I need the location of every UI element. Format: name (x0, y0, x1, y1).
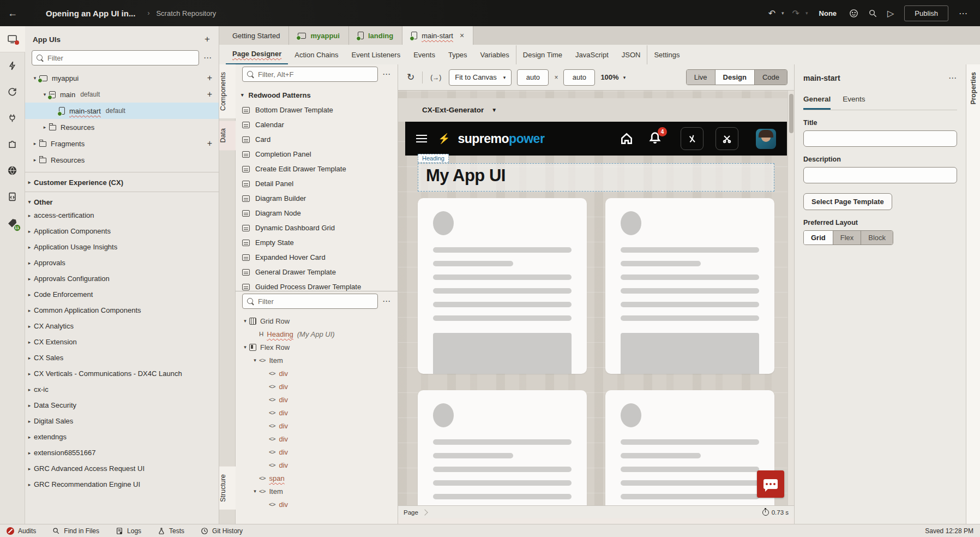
catalog-row[interactable]: ▾ Other (25, 192, 219, 207)
selected-heading-region[interactable]: Heading My App UI (418, 163, 774, 192)
nav-web-apps[interactable] (0, 157, 25, 183)
canvas-width-input[interactable] (517, 69, 549, 86)
skeleton-card[interactable] (605, 198, 774, 374)
designer-tab[interactable]: Page Designer (226, 44, 288, 65)
nav-processes[interactable] (0, 79, 25, 105)
file-tab[interactable]: myappui (289, 26, 348, 45)
feedback-chat-button[interactable] (757, 470, 784, 498)
tab-events[interactable]: Events (843, 95, 865, 110)
tree-row[interactable]: ▸ Resources (25, 152, 219, 168)
structure-filter[interactable] (242, 294, 378, 309)
designer-tab[interactable]: Types (442, 45, 474, 64)
app-uis-filter[interactable] (32, 50, 199, 65)
expand-arrow-icon[interactable]: ▸ (25, 180, 34, 185)
structure-row[interactable]: <> div (236, 393, 398, 406)
search-icon[interactable] (868, 9, 877, 18)
structure-row[interactable]: <> div (236, 419, 398, 432)
undo-icon[interactable]: ↶ (768, 8, 775, 19)
app-uis-filter-input[interactable] (47, 54, 194, 62)
components-filter-input[interactable] (258, 70, 373, 79)
catalog-row[interactable]: ▸ CX Extension (25, 334, 219, 350)
expand-arrow-icon[interactable]: ▸ (25, 466, 34, 472)
components-filter[interactable] (242, 67, 378, 82)
structure-row[interactable]: <> div (236, 367, 398, 380)
expand-arrow-icon[interactable]: ▸ (25, 403, 34, 408)
add-app-ui-button[interactable]: + (203, 34, 211, 45)
canvas-height-input[interactable] (563, 69, 595, 86)
catalog-row[interactable]: ▸ Common Application Components (25, 302, 219, 318)
logs-button[interactable]: Logs (116, 527, 141, 535)
structure-menu-icon[interactable]: ⋯ (382, 296, 391, 306)
home-icon[interactable] (620, 132, 634, 146)
expand-arrow-icon[interactable]: ▸ (25, 371, 34, 377)
expand-arrow-icon[interactable]: ▸ (25, 339, 34, 345)
mode-design[interactable]: Design (716, 70, 755, 85)
properties-menu-icon[interactable]: ⋯ (948, 73, 957, 83)
expand-arrow-icon[interactable]: ▸ (25, 482, 34, 487)
expand-arrow-icon[interactable]: ▸ (25, 324, 34, 329)
expand-arrow-icon[interactable]: ▸ (25, 292, 34, 297)
tree-row[interactable]: ▸ Resources (25, 119, 219, 135)
structure-row[interactable]: <> div (236, 445, 398, 458)
navbar-action-button-2[interactable] (716, 127, 738, 150)
skeleton-card[interactable] (418, 390, 587, 505)
tab-structure[interactable]: Structure (219, 467, 236, 510)
structure-filter-input[interactable] (258, 297, 373, 306)
expand-arrow-icon[interactable]: ▸ (25, 450, 34, 456)
expand-arrow-icon[interactable]: ▸ (25, 260, 34, 266)
layout-block-button[interactable]: Block (861, 231, 893, 244)
catalog-row[interactable]: ▸ extendngs (25, 429, 219, 445)
components-section-header[interactable]: ▾ Redwood Patterns (241, 87, 398, 103)
structure-row[interactable]: <> div (236, 498, 398, 511)
redo-menu-caret-icon[interactable]: ▾ (805, 10, 808, 16)
structure-row[interactable]: ▾ <> Item (236, 485, 398, 498)
catalog-row[interactable]: ▸ Data Security (25, 397, 219, 413)
tree-row[interactable]: ▾ main default + (25, 86, 219, 103)
description-field[interactable] (803, 167, 957, 183)
design-canvas[interactable]: CX-Ext-Generator ▼ ⚡ supremopower 4 (398, 91, 794, 505)
back-icon[interactable]: ← (8, 8, 24, 19)
mode-code[interactable]: Code (755, 70, 787, 85)
expand-arrow-icon[interactable]: ▸ (31, 157, 39, 163)
expand-arrow-icon[interactable]: ▸ (25, 276, 34, 282)
tree-row[interactable]: ▾ myappui + (25, 70, 219, 86)
run-icon[interactable]: ▷ (887, 8, 894, 19)
tree-row[interactable]: ▸ Fragments + (25, 135, 219, 152)
scrollbar-thumb[interactable] (789, 94, 793, 133)
expand-arrow-icon[interactable]: ▸ (25, 434, 34, 440)
tab-components[interactable]: Components (219, 64, 236, 118)
structure-row[interactable]: <> div (236, 380, 398, 393)
structure-row[interactable]: <> div (236, 458, 398, 472)
catalog-row[interactable]: ▸ GRC Advanced Access Request UI (25, 461, 219, 476)
publish-button[interactable]: Publish (904, 5, 948, 21)
component-item[interactable]: Diagram Builder (241, 191, 398, 206)
user-avatar[interactable] (756, 129, 776, 149)
expand-arrow-icon[interactable]: ▸ (25, 355, 34, 361)
canvas-scrollbar[interactable] (787, 91, 794, 505)
catalog-row[interactable]: ▸ cx-ic (25, 381, 219, 397)
component-item[interactable]: Card (241, 132, 398, 147)
tree-row[interactable]: main-start default (25, 103, 219, 119)
designer-tab[interactable]: Event Listeners (345, 45, 407, 64)
catalog-row[interactable]: ▸ Approvals Configuration (25, 271, 219, 287)
catalog-row[interactable]: ▸ Application Components (25, 223, 219, 239)
structure-row[interactable]: <> div (236, 432, 398, 445)
catalog-row[interactable]: ▸ CX Verticals - Communications - DX4C L… (25, 366, 219, 381)
topbar-overflow-icon[interactable]: ⋯ (959, 8, 967, 19)
structure-row[interactable]: ▾ Grid Row (236, 314, 398, 327)
catalog-row[interactable]: ▸ access-certification (25, 207, 219, 223)
designer-tab[interactable]: Design Time (516, 45, 569, 64)
catalog-row[interactable]: ▸ extension68551667 (25, 445, 219, 461)
canvas-size-select[interactable]: Fit to Canvas ▾ (449, 69, 512, 86)
designer-tab[interactable]: Events (407, 45, 442, 64)
expand-arrow-icon[interactable]: ▸ (31, 141, 39, 146)
tab-data[interactable]: Data (219, 121, 236, 150)
component-item[interactable]: Create Edit Drawer Template (241, 162, 398, 176)
expand-arrow-icon[interactable]: ▸ (25, 387, 34, 392)
select-page-template-button[interactable]: Select Page Template (803, 193, 892, 210)
catalog-row[interactable]: ▸ GRC Recommendation Engine UI (25, 476, 219, 492)
expand-arrow-icon[interactable]: ▸ (40, 124, 49, 130)
row-add-button[interactable]: + (207, 90, 212, 99)
tests-button[interactable]: Tests (158, 527, 184, 535)
structure-row[interactable]: <> div (236, 406, 398, 419)
